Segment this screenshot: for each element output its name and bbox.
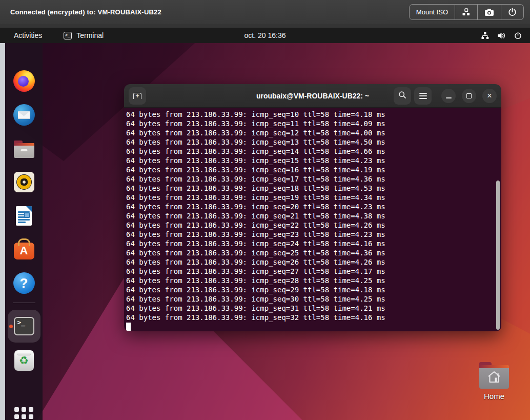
power-icon	[514, 32, 522, 39]
terminal-line: 64 bytes from 213.186.33.99: icmp_seq=26…	[126, 257, 501, 267]
terminal-icon: >_	[14, 317, 34, 335]
terminal-line: 64 bytes from 213.186.33.99: icmp_seq=22…	[126, 221, 501, 230]
send-keys-icon	[462, 8, 471, 16]
clock[interactable]: oct. 20 16:36	[244, 31, 286, 39]
terminal-window: uroubaix@VM-ROUBAIX-UB22: ~ ×	[124, 84, 501, 331]
trash-icon: ♻	[14, 350, 34, 371]
viewer-toolbar: Connected (encrypted) to: VM-ROUBAIX-UB2…	[0, 0, 530, 24]
terminal-line: 64 bytes from 213.186.33.99: icmp_seq=32…	[126, 313, 501, 322]
desktop-home-shortcut[interactable]: Home	[475, 361, 514, 401]
thunderbird-icon	[13, 104, 35, 126]
dock-separator	[13, 303, 35, 303]
terminal-line: 64 bytes from 213.186.33.99: icmp_seq=17…	[126, 174, 501, 184]
dock: A ? >_ ♻	[5, 43, 43, 420]
search-icon	[398, 91, 406, 101]
maximize-button[interactable]	[462, 89, 476, 103]
ubuntu-software-icon: A	[14, 243, 34, 259]
screenshot-button[interactable]	[478, 4, 501, 20]
firefox-icon	[13, 70, 35, 92]
dock-item-ubuntu-software[interactable]: A	[8, 233, 40, 266]
gnome-topbar: Activities >_ Terminal oct. 20 16:36	[0, 28, 530, 43]
viewer-gap-strip	[0, 24, 530, 28]
menu-button[interactable]	[414, 87, 432, 105]
vm-desktop: Activities >_ Terminal oct. 20 16:36	[0, 28, 530, 420]
screenshot-icon	[484, 8, 494, 16]
app-grid-icon	[14, 407, 33, 420]
viewer-button-group: Mount ISO	[409, 4, 524, 20]
dock-item-libreoffice-writer[interactable]	[8, 199, 40, 232]
dock-item-thunderbird[interactable]	[8, 98, 40, 131]
terminal-line: 64 bytes from 213.186.33.99: icmp_seq=10…	[126, 110, 501, 119]
terminal-line: 64 bytes from 213.186.33.99: icmp_seq=13…	[126, 137, 501, 147]
terminal-line: 64 bytes from 213.186.33.99: icmp_seq=21…	[126, 211, 501, 221]
terminal-line: 64 bytes from 213.186.33.99: icmp_seq=11…	[126, 119, 501, 128]
terminal-line: 64 bytes from 213.186.33.99: icmp_seq=14…	[126, 147, 501, 156]
activities-button[interactable]: Activities	[14, 31, 42, 39]
dock-item-files[interactable]	[8, 132, 40, 165]
viewer-connection-title: Connected (encrypted) to: VM-ROUBAIX-UB2…	[10, 8, 161, 16]
viewer-scroll-gutter[interactable]	[0, 43, 5, 420]
mount-iso-button[interactable]: Mount ISO	[409, 4, 455, 20]
terminal-line: 64 bytes from 213.186.33.99: icmp_seq=23…	[126, 230, 501, 239]
help-icon: ?	[13, 272, 35, 294]
wired-network-icon	[481, 32, 489, 39]
new-tab-button[interactable]	[129, 87, 146, 105]
libreoffice-writer-icon	[16, 206, 32, 226]
minimize-button[interactable]	[441, 89, 456, 103]
dock-item-trash[interactable]: ♻	[8, 344, 40, 377]
app-menu[interactable]: >_ Terminal	[64, 31, 104, 39]
terminal-line: 64 bytes from 213.186.33.99: icmp_seq=12…	[126, 128, 501, 137]
rhythmbox-icon	[14, 172, 34, 192]
minimize-icon	[446, 97, 452, 98]
viewer-power-button[interactable]	[501, 4, 524, 20]
home-folder-icon	[479, 365, 509, 389]
home-label: Home	[475, 392, 514, 401]
terminal-line: 64 bytes from 213.186.33.99: icmp_seq=20…	[126, 202, 501, 211]
dock-item-help[interactable]: ?	[8, 267, 40, 299]
send-keys-button[interactable]	[455, 4, 478, 20]
terminal-body[interactable]: 64 bytes from 213.186.33.99: icmp_seq=10…	[124, 108, 501, 331]
close-icon: ×	[487, 91, 492, 101]
terminal-line: 64 bytes from 213.186.33.99: icmp_seq=28…	[126, 276, 501, 285]
terminal-line: 64 bytes from 213.186.33.99: icmp_seq=27…	[126, 267, 501, 276]
files-dash	[21, 149, 27, 151]
dock-item-firefox[interactable]	[8, 65, 40, 97]
terminal-scrollbar-thumb[interactable]	[496, 181, 500, 330]
terminal-cursor-row	[124, 322, 501, 331]
menu-icon	[419, 95, 427, 96]
dock-item-terminal[interactable]: >_	[8, 310, 40, 343]
terminal-window-title: uroubaix@VM-ROUBAIX-UB22: ~	[256, 92, 369, 100]
terminal-titlebar[interactable]: uroubaix@VM-ROUBAIX-UB22: ~ ×	[124, 84, 501, 108]
new-tab-icon	[133, 93, 141, 99]
terminal-line: 64 bytes from 213.186.33.99: icmp_seq=25…	[126, 248, 501, 257]
system-tray[interactable]	[481, 28, 522, 43]
running-indicator-dot	[9, 325, 13, 328]
terminal-line: 64 bytes from 213.186.33.99: icmp_seq=31…	[126, 304, 501, 313]
terminal-line: 64 bytes from 213.186.33.99: icmp_seq=18…	[126, 184, 501, 193]
close-button[interactable]: ×	[482, 89, 497, 103]
power-icon	[508, 8, 517, 16]
volume-icon	[497, 32, 506, 39]
terminal-output: 64 bytes from 213.186.33.99: icmp_seq=10…	[124, 108, 501, 322]
terminal-line: 64 bytes from 213.186.33.99: icmp_seq=15…	[126, 156, 501, 165]
app-menu-label: Terminal	[76, 31, 104, 39]
terminal-line: 64 bytes from 213.186.33.99: icmp_seq=16…	[126, 165, 501, 174]
terminal-line: 64 bytes from 213.186.33.99: icmp_seq=30…	[126, 294, 501, 304]
search-button[interactable]	[394, 87, 411, 105]
dock-item-app-grid[interactable]	[8, 400, 40, 420]
terminal-app-icon: >_	[64, 32, 72, 39]
files-icon	[14, 143, 34, 158]
dock-item-rhythmbox[interactable]	[8, 166, 40, 198]
maximize-icon	[466, 93, 472, 98]
terminal-line: 64 bytes from 213.186.33.99: icmp_seq=29…	[126, 285, 501, 294]
terminal-line: 64 bytes from 213.186.33.99: icmp_seq=19…	[126, 193, 501, 202]
terminal-cursor	[126, 323, 131, 331]
terminal-line: 64 bytes from 213.186.33.99: icmp_seq=24…	[126, 239, 501, 248]
